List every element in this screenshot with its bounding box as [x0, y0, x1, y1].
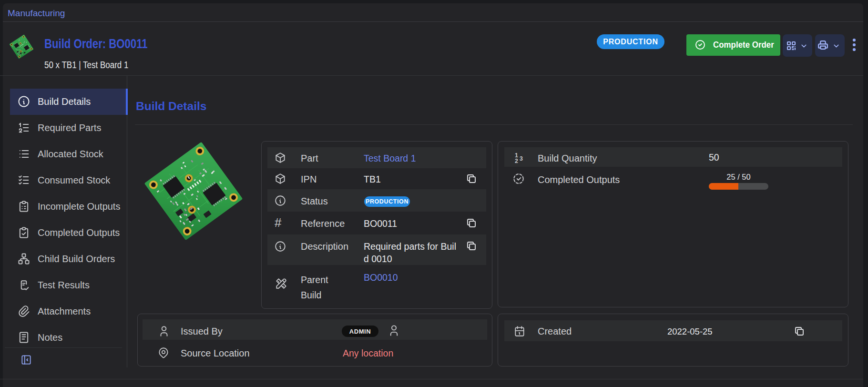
- svg-text:2: 2: [515, 158, 518, 164]
- svg-text:3: 3: [520, 155, 523, 162]
